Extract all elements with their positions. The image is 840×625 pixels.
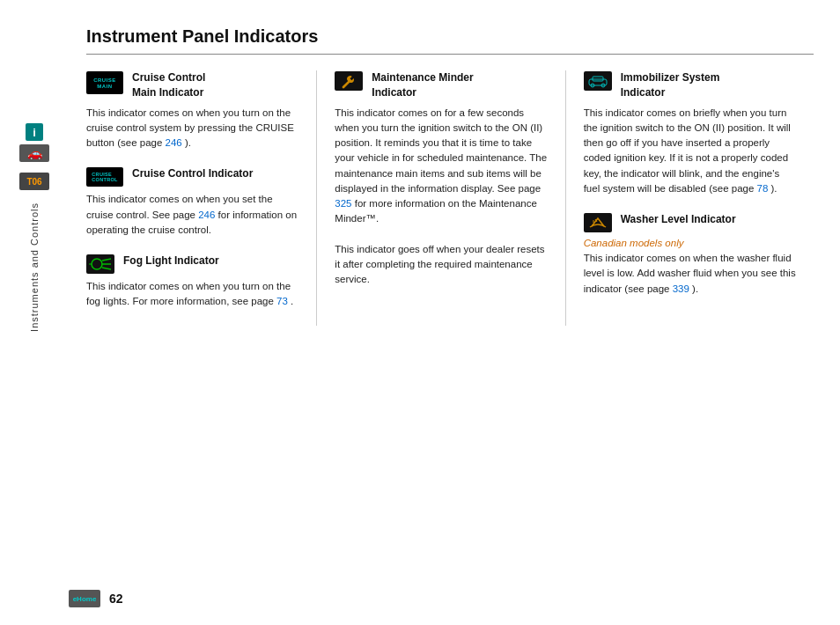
canadian-label: Canadian models only (584, 238, 796, 248)
page-number: 62 (109, 592, 123, 606)
svg-point-0 (92, 259, 102, 269)
fog-light-body: This indicator comes on when you turn on… (86, 279, 298, 310)
washer-body: This indicator comes on when the washer … (584, 251, 796, 297)
indicator-immobilizer: Immobilizer SystemIndicator This indicat… (584, 70, 796, 196)
fog-light-title: Fog Light Indicator (123, 254, 219, 268)
washer-svg (586, 215, 610, 231)
indicator-fog-light-header: Fog Light Indicator (86, 254, 298, 274)
cruise-main-body: This indicator comes on when you turn on… (86, 106, 298, 151)
sidebar-section-label: Instruments and Controls (29, 202, 40, 332)
svg-line-3 (102, 268, 111, 269)
indicator-maintenance: Maintenance MinderIndicator This indicat… (335, 70, 547, 288)
indicator-washer-header: Washer Level Indicator (584, 212, 796, 232)
svg-line-2 (102, 259, 111, 261)
cruise-control-icon: CRUISECONTROL (86, 167, 123, 187)
sidebar: i 🚗 T06 Instruments and Controls (0, 0, 69, 625)
fog-light-link[interactable]: 73 (276, 296, 288, 306)
column-1: CRUISE MAIN Cruise ControlMain Indicator… (86, 70, 317, 326)
fog-light-svg (88, 256, 113, 272)
maintenance-link[interactable]: 325 (335, 198, 351, 209)
columns-container: CRUISE MAIN Cruise ControlMain Indicator… (86, 70, 814, 326)
indicator-immobilizer-header: Immobilizer SystemIndicator (584, 70, 796, 100)
cruise-control-title: Cruise Control Indicator (132, 166, 253, 181)
maintenance-icon (335, 71, 363, 91)
info-icon: i (26, 123, 43, 141)
cruise-main-title: Cruise ControlMain Indicator (132, 70, 205, 100)
immobilizer-link[interactable]: 78 (757, 183, 769, 194)
car-icon: 🚗 (19, 144, 49, 162)
t06-icon: T06 (19, 173, 49, 190)
column-3: Immobilizer SystemIndicator This indicat… (566, 70, 814, 326)
main-content: Instrument Panel Indicators CRUISE MAIN … (69, 0, 840, 625)
indicator-cruise-control-header: CRUISECONTROL Cruise Control Indicator (86, 166, 298, 187)
immobilizer-body: This indicator comes on briefly when you… (584, 106, 796, 197)
page-title: Instrument Panel Indicators (86, 26, 814, 55)
immobilizer-svg (586, 73, 610, 89)
washer-icon (584, 213, 612, 232)
maintenance-svg (335, 71, 363, 91)
immobilizer-icon (584, 71, 612, 91)
washer-link[interactable]: 339 (673, 283, 689, 294)
indicator-fog-light: Fog Light Indicator This indicator comes… (86, 254, 298, 310)
indicator-cruise-main: CRUISE MAIN Cruise ControlMain Indicator… (86, 70, 298, 151)
cruise-main-icon: CRUISE MAIN (86, 71, 123, 94)
svg-rect-11 (586, 215, 610, 231)
footer: eHome 62 (69, 590, 123, 607)
maintenance-title: Maintenance MinderIndicator (372, 70, 473, 100)
maintenance-body: This indicator comes on for a few second… (335, 106, 547, 288)
cruise-main-link[interactable]: 246 (166, 137, 182, 148)
indicator-cruise-main-header: CRUISE MAIN Cruise ControlMain Indicator (86, 70, 298, 100)
immobilizer-title: Immobilizer SystemIndicator (621, 70, 720, 100)
washer-title: Washer Level Indicator (621, 212, 736, 227)
indicator-cruise-control: CRUISECONTROL Cruise Control Indicator T… (86, 166, 298, 238)
indicator-washer: Washer Level Indicator Canadian models o… (584, 212, 796, 297)
indicator-maintenance-header: Maintenance MinderIndicator (335, 70, 547, 100)
fog-light-icon (86, 254, 114, 274)
cruise-control-link1[interactable]: 246 (198, 210, 215, 220)
column-2: Maintenance MinderIndicator This indicat… (317, 70, 565, 326)
cruise-control-body: This indicator comes on when you set the… (86, 192, 298, 238)
home-icon[interactable]: eHome (69, 590, 100, 607)
